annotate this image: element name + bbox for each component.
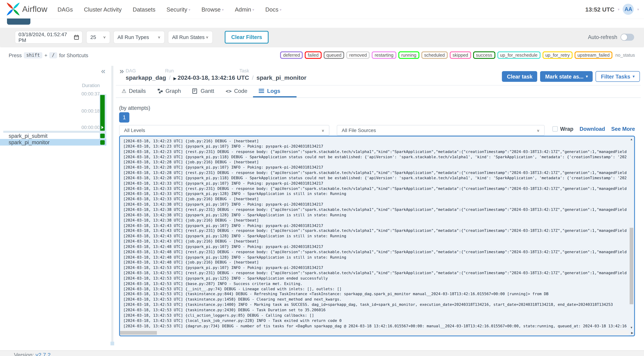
clear-task-button[interactable]: Clear task (502, 71, 538, 82)
attempt-1-button[interactable]: 1 (119, 112, 130, 123)
tab-code[interactable]: <> Code (220, 86, 253, 97)
log-line: [2024-03-18, 13:42:53 UTC] {cli_action_l… (123, 313, 627, 318)
clear-filters-button[interactable]: Clear Filters (224, 31, 269, 44)
state-badge: removed (346, 51, 370, 59)
tab-details[interactable]: ⚠ Details (116, 86, 152, 97)
breadcrumb-task-label: Task (240, 68, 249, 73)
version-link[interactable]: v2.7.2 (36, 352, 51, 356)
scroll-right-arrow-icon[interactable]: ▶ (631, 331, 633, 335)
page-footer: Version: v2.7.2 (0, 350, 644, 356)
breadcrumb-dag-value[interactable]: sparkapp_dag (126, 75, 166, 81)
tab-logs[interactable]: Logs (253, 86, 297, 97)
vertical-scrollbar[interactable]: ▲ ▼ (629, 136, 634, 330)
log-line: [2024-03-18, 13:42:33 UTC] {pyspark_pi.p… (123, 181, 627, 186)
run-value-text: 2024-03-18, 13:42:16 UTC (178, 75, 249, 81)
breadcrumb-separator: / (252, 75, 254, 81)
nav-menu-item[interactable]: Security▾ (166, 6, 190, 13)
chevron-down-icon: ▾ (633, 75, 634, 79)
breadcrumb-task-value[interactable]: spark_pi_monitor (256, 75, 306, 81)
chevron-down-icon[interactable]: ▾ (637, 7, 639, 11)
resize-handle[interactable] (110, 342, 114, 345)
dag-run-duration-bar[interactable] (100, 95, 105, 131)
base-date-input[interactable]: 03/18/2024, 01:52:47 PM (15, 31, 82, 43)
file-source-value: All File Sources (342, 127, 376, 133)
auto-refresh-control: Auto-refresh (588, 28, 634, 47)
brand-name[interactable]: Airflow (22, 4, 47, 14)
chevron-down-icon: ∨ (322, 128, 324, 132)
log-line: [2024-03-18, 13:42:43 UTC] {pyspark_pi.p… (123, 234, 627, 239)
nav-menu-item[interactable]: Admin▾ (235, 6, 254, 13)
nav-menu-item[interactable]: Datasets▾ (133, 6, 156, 13)
scroll-up-arrow-icon[interactable]: ▲ (630, 138, 633, 141)
duration-tick: 00:00:00 (49, 125, 100, 130)
download-log-link[interactable]: Download (580, 126, 605, 132)
task-row-spark-pi-monitor[interactable]: spark_pi_monitor (0, 139, 106, 146)
log-line: [2024-03-18, 13:42:53 UTC] {__init__.py:… (123, 286, 627, 292)
run-states-select[interactable]: All Run States ∨ (168, 31, 212, 43)
state-badge: success (473, 51, 495, 59)
state-badge-label: failed (308, 53, 318, 58)
base-date-value: 03/18/2024, 01:52:47 PM (18, 32, 74, 43)
nav-item-label: Browse (202, 6, 220, 13)
panel-resize-divider[interactable] (111, 66, 113, 345)
tab-label: Graph (166, 88, 181, 94)
breadcrumb-dag-label: DAG (126, 68, 136, 73)
state-badge: upstream_failed (575, 51, 612, 59)
nav-menu: DAGs▾ Cluster Activity▾ Datasets▾ Securi… (58, 0, 282, 19)
log-line: [2024-03-18, 13:42:28 UTC] {pyspark_pi.p… (123, 175, 627, 181)
nav-menu-item[interactable]: Browse▾ (202, 6, 224, 13)
airflow-logo-icon (6, 2, 20, 17)
log-level-select[interactable]: All Levels ∨ (119, 125, 330, 136)
filter-tasks-button[interactable]: Filter Tasks▾ (596, 71, 640, 82)
state-badge-label: running (401, 53, 416, 58)
airflow-brand[interactable]: Airflow (6, 2, 47, 17)
chevron-down-icon[interactable]: ▾ (618, 7, 620, 11)
nav-menu-item[interactable]: DAGs▾ (58, 6, 73, 13)
nav-item-label: DAGs (58, 6, 73, 13)
user-avatar[interactable]: AA (623, 4, 634, 15)
chevron-down-icon: ▾ (586, 75, 588, 79)
nav-item-label: Admin (235, 6, 251, 13)
wrap-checkbox[interactable] (552, 126, 558, 132)
wrap-toggle-group[interactable]: Wrap (552, 126, 574, 132)
task-instance-square[interactable] (100, 140, 105, 145)
nav-item-label: Cluster Activity (84, 6, 122, 13)
expand-panel-icon[interactable]: » (120, 67, 124, 76)
run-types-value: All Run Types (118, 34, 149, 40)
mark-state-button[interactable]: Mark state as...▾ (540, 71, 593, 82)
toggle-knob (621, 34, 627, 40)
nav-menu-item[interactable]: Docs▾ (265, 6, 282, 13)
auto-refresh-label: Auto-refresh (588, 34, 617, 40)
file-source-select[interactable]: All File Sources ∨ (337, 125, 544, 136)
log-line: [2024-03-18, 13:42:53 UTC] {taskinstance… (123, 297, 627, 302)
mark-state-label: Mark state as... (545, 73, 584, 80)
breadcrumb-separator: / (169, 75, 170, 81)
log-line: [2024-03-18, 13:42:53 UTC] {rest.py:231}… (123, 270, 627, 276)
task-instance-square[interactable] (100, 133, 105, 138)
state-badge-label: success (476, 53, 492, 58)
log-line: [2024-03-18, 13:42:53 UTC] {pyspark_pi.p… (123, 265, 627, 270)
horizontal-scrollbar-thumb[interactable] (120, 331, 157, 335)
state-badge: up_for_reschedule (497, 51, 540, 59)
task-row-spark-pi-submit[interactable]: spark_pi_submit (0, 132, 106, 139)
filter-tasks-label: Filter Tasks (601, 73, 630, 80)
run-types-select[interactable]: All Run Types ∨ (114, 31, 164, 43)
see-more-link[interactable]: See More (611, 126, 635, 132)
log-line: [2024-03-18, 13:42:53 UTC] {taskinstance… (123, 308, 627, 313)
page-size-select[interactable]: 25 ∨ (87, 31, 110, 43)
vertical-scrollbar-thumb[interactable] (630, 228, 633, 304)
log-lines: [2024-03-18, 13:42:23 UTC] {job.py:216} … (123, 138, 627, 329)
chevron-down-icon: ▾ (222, 8, 224, 12)
nav-menu-item[interactable]: Cluster Activity▾ (84, 6, 122, 13)
clock-timezone[interactable]: 13:52 UTC (585, 6, 614, 13)
tab-gantt[interactable]: Gantt (187, 86, 220, 97)
breadcrumb-run-value[interactable]: ▶2024-03-18, 13:42:16 UTC (174, 75, 249, 81)
collapse-sidebar-icon[interactable]: « (101, 67, 105, 76)
horizontal-scrollbar[interactable]: ▶ (120, 330, 629, 335)
shortcuts-plus: + (44, 53, 47, 58)
state-badge: running (398, 51, 419, 59)
tab-graph[interactable]: Graph (152, 86, 186, 97)
auto-refresh-toggle[interactable] (620, 34, 634, 41)
log-line: [2024-03-18, 13:42:38 UTC] {pyspark_pi.p… (123, 202, 627, 207)
scroll-down-arrow-icon[interactable]: ▼ (630, 326, 633, 329)
